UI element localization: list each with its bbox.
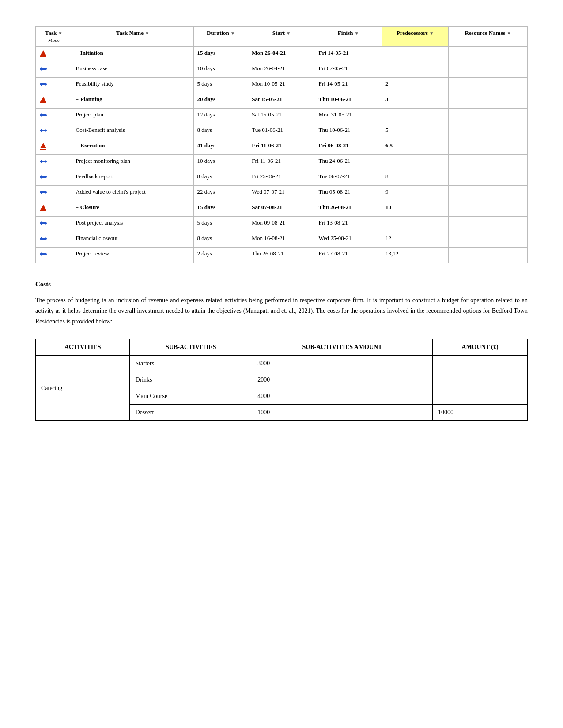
resource-names-cell	[449, 186, 528, 201]
col-header-finish[interactable]: Finish ▼	[315, 27, 382, 47]
col-header-predecessors[interactable]: Predecessors ▼	[382, 27, 448, 47]
costs-col-sub-activities: SUB-ACTIVITIES	[130, 339, 252, 356]
task-name-cell: Cost-Benefit analysis	[72, 124, 193, 139]
resource-names-cell	[449, 124, 528, 139]
summary-icon	[39, 98, 47, 105]
duration-cell: 8 days	[193, 170, 248, 186]
svg-marker-11	[40, 113, 42, 117]
duration-cell: 10 days	[193, 155, 248, 170]
sub-activity-cell: Dessert	[130, 405, 252, 421]
svg-marker-31	[45, 221, 47, 225]
svg-marker-36	[40, 252, 42, 256]
svg-marker-7	[45, 83, 47, 86]
duration-cell: 41 days	[193, 139, 248, 155]
duration-cell: 15 days	[193, 47, 248, 62]
predecessors-cell	[382, 47, 448, 62]
task-name-cell: Financial closeout	[72, 232, 193, 248]
duration-cell: 5 days	[193, 78, 248, 93]
start-cell: Sat 07-08-21	[248, 201, 315, 217]
sub-activity-cell: Starters	[130, 356, 252, 372]
activity-cell: Catering	[36, 356, 130, 421]
col-header-start[interactable]: Start ▼	[248, 27, 315, 47]
finish-cell: Tue 06-07-21	[315, 170, 382, 186]
task-icon	[39, 83, 47, 90]
duration-cell: 10 days	[193, 62, 248, 78]
resource-names-cell	[449, 62, 528, 78]
costs-col-amount: AMOUNT (£)	[432, 339, 527, 356]
start-cell: Tue 01-06-21	[248, 124, 315, 139]
col-header-task-name[interactable]: Task Name ▼	[72, 27, 193, 47]
task-mode-icon	[36, 248, 72, 263]
resource-names-cell	[449, 93, 528, 109]
finish-cell: Fri 14-05-21	[315, 47, 382, 62]
svg-marker-14	[40, 129, 42, 132]
task-name-cell: Project monitoring plan	[72, 155, 193, 170]
predecessors-cell	[382, 62, 448, 78]
finish-cell: Fri 13-08-21	[315, 217, 382, 232]
col-header-resource-names[interactable]: Resource Names ▼	[449, 27, 528, 47]
predecessors-cell: 8	[382, 170, 448, 186]
svg-marker-3	[40, 67, 42, 71]
duration-cell: 8 days	[193, 232, 248, 248]
predecessors-cell: 3	[382, 93, 448, 109]
task-name-cell: −Initiation	[72, 47, 193, 62]
start-cell: Mon 26-04-21	[248, 47, 315, 62]
col-header-task-mode[interactable]: Task ▼Mode	[36, 27, 72, 47]
svg-marker-33	[40, 237, 42, 240]
resource-names-cell	[449, 78, 528, 93]
start-cell: Mon 09-08-21	[248, 217, 315, 232]
costs-col-sub-amount: SUB-ACTIVITIES AMOUNT	[252, 339, 433, 356]
start-cell: Mon 26-04-21	[248, 62, 315, 78]
start-cell: Sat 15-05-21	[248, 109, 315, 124]
task-icon	[39, 253, 47, 259]
svg-marker-20	[45, 160, 47, 163]
finish-cell: Thu 26-08-21	[315, 201, 382, 217]
svg-marker-16	[40, 143, 46, 148]
amount-cell	[432, 372, 527, 388]
task-icon	[39, 191, 47, 198]
summary-icon	[39, 206, 47, 213]
svg-marker-0	[40, 50, 46, 56]
resource-names-cell	[449, 139, 528, 155]
sub-activity-cell: Main Course	[130, 388, 252, 405]
predecessors-cell: 6,5	[382, 139, 448, 155]
start-cell: Fri 25-06-21	[248, 170, 315, 186]
duration-cell: 20 days	[193, 93, 248, 109]
finish-cell: Thu 05-08-21	[315, 186, 382, 201]
task-icon	[39, 237, 47, 244]
sub-activity-cell: Drinks	[130, 372, 252, 388]
task-name-cell: −Planning	[72, 93, 193, 109]
task-name-cell: Feedback report	[72, 170, 193, 186]
finish-cell: Fri 27-08-21	[315, 248, 382, 263]
svg-marker-4	[45, 67, 47, 71]
svg-marker-15	[45, 129, 47, 132]
task-name-cell: Project review	[72, 248, 193, 263]
duration-cell: 22 days	[193, 186, 248, 201]
task-name-cell: Added value to cleint's project	[72, 186, 193, 201]
svg-marker-30	[40, 221, 42, 225]
predecessors-cell: 12	[382, 232, 448, 248]
start-cell: Wed 07-07-21	[248, 186, 315, 201]
predecessors-cell	[382, 109, 448, 124]
svg-marker-22	[40, 175, 42, 179]
finish-cell: Wed 25-08-21	[315, 232, 382, 248]
duration-cell: 12 days	[193, 109, 248, 124]
task-icon	[39, 114, 47, 120]
resource-names-cell	[449, 248, 528, 263]
task-mode-icon	[36, 47, 72, 62]
start-cell: Sat 15-05-21	[248, 93, 315, 109]
summary-icon	[39, 52, 47, 59]
sub-amount-cell: 1000	[252, 405, 433, 421]
amount-cell: 10000	[432, 405, 527, 421]
duration-cell: 5 days	[193, 217, 248, 232]
finish-cell: Mon 31-05-21	[315, 109, 382, 124]
task-name-cell: −Closure	[72, 201, 193, 217]
col-header-duration[interactable]: Duration ▼	[193, 27, 248, 47]
svg-marker-25	[40, 191, 42, 194]
task-mode-icon	[36, 232, 72, 248]
amount-cell	[432, 356, 527, 372]
svg-marker-26	[45, 191, 47, 194]
resource-names-cell	[449, 109, 528, 124]
task-mode-icon	[36, 155, 72, 170]
sub-amount-cell: 2000	[252, 372, 433, 388]
